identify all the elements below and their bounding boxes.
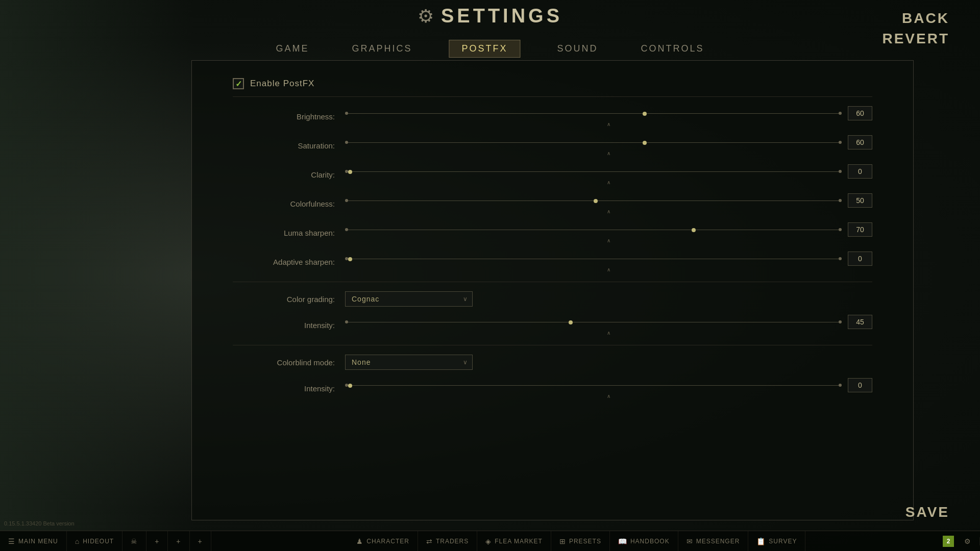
taskbar-right: 2 ⚙ [943,536,980,547]
tab-game[interactable]: GAME [270,40,315,57]
intensity-colorblind-slider-thumb[interactable] [348,384,352,388]
taskbar: ☰ MAIN MENU ⌂ HIDEOUT ☠ + + + ♟ CHARACTE… [0,531,980,551]
colorfulness-caret: ∧ [607,209,610,214]
luma-sharpen-slider-line[interactable] [348,230,839,230]
tab-postfx[interactable]: POSTFX [449,40,521,58]
handbook-icon: 📖 [618,537,627,545]
taskbar-traders-label: TRADERS [436,538,469,545]
saturation-slider-right-dot [839,141,842,144]
enable-postfx-checkbox[interactable] [233,78,244,89]
brightness-value: 60 [848,106,872,120]
brightness-slider-thumb[interactable] [643,112,647,116]
brightness-row: Brightness: 60 ∧ [233,102,872,131]
saturation-value: 60 [848,135,872,149]
taskbar-survey[interactable]: 📋 SURVEY [748,531,805,551]
adaptive-sharpen-slider-thumb[interactable] [348,257,352,261]
taskbar-plus-2[interactable]: + [168,531,189,551]
clarity-slider-thumb[interactable] [348,170,352,174]
taskbar-traders[interactable]: ⇄ TRADERS [418,531,477,551]
tab-graphics[interactable]: GRAPHICS [346,40,418,57]
adaptive-sharpen-label: Adaptive sharpen: [233,258,335,266]
colorfulness-row: Colorfulness: 50 ∧ [233,189,872,218]
hideout-icon: ⌂ [75,537,80,545]
colorfulness-value: 50 [848,193,872,208]
luma-sharpen-slider-thumb[interactable] [692,228,696,232]
colorfulness-label: Colorfulness: [233,199,335,208]
colorblind-mode-row: Colorblind mode: None Protanopia Deutera… [233,350,872,374]
intensity-color-slider-line[interactable] [348,322,839,322]
flea-market-icon: ◈ [485,537,492,545]
saturation-label: Saturation: [233,141,335,150]
intensity-color-slider-wrapper: 45 ∧ [345,315,872,336]
saturation-caret: ∧ [607,151,610,156]
taskbar-flea-market[interactable]: ◈ FLEA MARKET [477,531,551,551]
plus-3-icon: + [198,537,203,545]
colorfulness-slider-wrapper: 50 ∧ [345,193,872,214]
adaptive-sharpen-slider-wrapper: 0 ∧ [345,252,872,272]
clarity-row: Clarity: 0 ∧ [233,160,872,189]
luma-sharpen-caret: ∧ [607,238,610,243]
adaptive-sharpen-value: 0 [848,252,872,266]
luma-sharpen-value: 70 [848,222,872,237]
clarity-label: Clarity: [233,170,335,179]
messenger-icon: ✉ [687,537,693,545]
colorfulness-slider-thumb[interactable] [594,199,598,203]
settings-panel: Enable PostFX Brightness: 60 [191,60,914,520]
clarity-slider-line[interactable] [348,171,839,172]
brightness-slider-wrapper: 60 ∧ [345,106,872,127]
brightness-slider-line[interactable] [348,113,839,114]
taskbar-handbook[interactable]: 📖 HANDBOOK [610,531,678,551]
color-grading-label: Color grading: [233,295,335,304]
luma-sharpen-label: Luma sharpen: [233,229,335,237]
intensity-color-row: Intensity: 45 ∧ [233,311,872,340]
intensity-color-slider-thumb[interactable] [569,320,573,324]
taskbar-settings[interactable]: ⚙ [956,537,980,545]
taskbar-messenger[interactable]: ✉ MESSENGER [678,531,749,551]
tab-controls[interactable]: CONTROLS [635,40,710,57]
adaptive-sharpen-slider-right-dot [839,257,842,260]
luma-sharpen-slider-wrapper: 70 ∧ [345,222,872,243]
adaptive-sharpen-caret: ∧ [607,267,610,272]
clarity-caret: ∧ [607,180,610,185]
color-grading-select[interactable]: Cognac None Warm Cold Vintage [345,291,473,307]
taskbar-hideout[interactable]: ⌂ HIDEOUT [67,531,122,551]
taskbar-character[interactable]: ♟ CHARACTER [348,531,418,551]
luma-sharpen-row: Luma sharpen: 70 ∧ [233,218,872,247]
top-right-actions: BACK REVERT [882,10,949,47]
page-title: SETTINGS [441,5,562,27]
nav-tabs: GAME GRAPHICS POSTFX SOUND CONTROLS [270,40,710,58]
sliders-section: Brightness: 60 ∧ [233,97,872,282]
colorblind-mode-dropdown-wrapper: None Protanopia Deuteranopia Tritanopia [345,355,473,370]
intensity-colorblind-slider-line[interactable] [348,385,839,386]
clarity-slider-wrapper: 0 ∧ [345,164,872,185]
taskbar-presets[interactable]: ⊞ PRESETS [551,531,610,551]
intensity-colorblind-label: Intensity: [233,384,335,393]
taskbar-survey-label: SURVEY [769,538,797,545]
intensity-colorblind-value: 0 [848,378,872,392]
saturation-slider-line[interactable] [348,142,839,143]
saturation-slider-wrapper: 60 ∧ [345,135,872,156]
saturation-row: Saturation: 60 ∧ [233,131,872,160]
intensity-colorblind-slider-right-dot [839,384,842,387]
luma-sharpen-slider-right-dot [839,228,842,231]
taskbar-skull[interactable]: ☠ [122,531,146,551]
menu-icon: ☰ [8,537,15,545]
tab-sound[interactable]: SOUND [551,40,604,57]
intensity-colorblind-row: Intensity: 0 ∧ [233,374,872,403]
taskbar-main-menu[interactable]: ☰ MAIN MENU [0,531,67,551]
colorblind-mode-select[interactable]: None Protanopia Deuteranopia Tritanopia [345,355,473,370]
taskbar-flea-market-label: FLEA MARKET [495,538,543,545]
revert-button[interactable]: REVERT [882,31,949,47]
taskbar-plus-1[interactable]: + [146,531,168,551]
taskbar-presets-label: PRESETS [569,538,601,545]
colorfulness-slider-line[interactable] [348,201,839,201]
adaptive-sharpen-slider-line[interactable] [348,259,839,259]
taskbar-plus-3[interactable]: + [190,531,211,551]
back-button[interactable]: BACK [902,10,949,27]
saturation-slider-thumb[interactable] [643,141,647,145]
adaptive-sharpen-row: Adaptive sharpen: 0 ∧ [233,247,872,277]
traders-icon: ⇄ [426,537,433,545]
skull-icon: ☠ [131,537,138,545]
save-button[interactable]: SAVE [905,504,949,520]
color-grading-section: Color grading: Cognac None Warm Cold Vin… [233,282,872,345]
